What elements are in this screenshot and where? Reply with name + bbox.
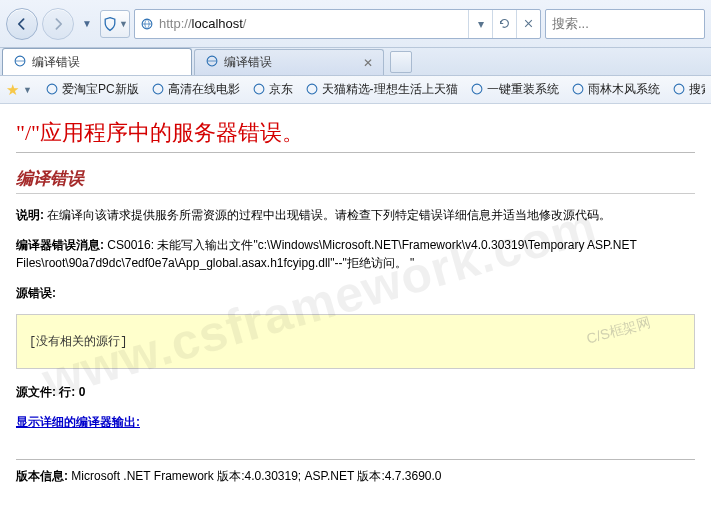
tab-0[interactable]: 编译错误 xyxy=(2,48,192,75)
source-file-value: 行: 0 xyxy=(59,385,85,399)
svg-point-9 xyxy=(573,84,583,94)
address-bar[interactable]: http://localhost/ ▾ xyxy=(134,9,541,39)
favorite-label: 一键重装系统 xyxy=(487,81,559,98)
source-error-box: [没有相关的源行] xyxy=(16,314,695,369)
svg-point-5 xyxy=(153,84,163,94)
page-content: www.csframework.com C/S框架网 "/"应用程序中的服务器错… xyxy=(0,104,711,493)
favorite-label: 搜索 xyxy=(689,81,705,98)
ie-page-icon xyxy=(205,54,219,71)
favorite-label: 京东 xyxy=(269,81,293,98)
tab-1[interactable]: 编译错误✕ xyxy=(194,49,384,75)
tab-label: 编译错误 xyxy=(32,54,80,71)
favorite-link-1[interactable]: 高清在线电影 xyxy=(148,81,243,98)
divider xyxy=(16,193,695,194)
svg-point-7 xyxy=(307,84,317,94)
svg-point-6 xyxy=(254,84,264,94)
ie-page-icon xyxy=(252,82,266,98)
source-error-label: 源错误: xyxy=(16,284,695,302)
svg-point-10 xyxy=(674,84,684,94)
favorites-star-icon[interactable]: ★ xyxy=(6,81,19,99)
ie-page-icon xyxy=(135,17,159,31)
arrow-left-icon xyxy=(14,16,30,32)
url-host: localhost xyxy=(192,16,243,31)
source-error-content: [没有相关的源行] xyxy=(29,333,682,350)
favorite-link-6[interactable]: 搜索 xyxy=(669,81,705,98)
url-suffix: / xyxy=(243,16,247,31)
arrow-right-icon xyxy=(50,16,66,32)
stop-icon xyxy=(523,18,534,29)
description-text: 在编译向该请求提供服务所需资源的过程中出现错误。请检查下列特定错误详细信息并适当… xyxy=(47,208,611,222)
favorite-label: 爱淘宝PC新版 xyxy=(62,81,139,98)
tab-label: 编译错误 xyxy=(224,54,272,71)
svg-point-4 xyxy=(47,84,57,94)
recent-pages-button[interactable]: ▼ xyxy=(78,12,96,36)
browser-toolbar: ▼ ▼ http://localhost/ ▾ xyxy=(0,0,711,48)
back-button[interactable] xyxy=(6,8,38,40)
favorite-label: 高清在线电影 xyxy=(168,81,240,98)
tab-strip: 编译错误编译错误✕ xyxy=(0,48,711,76)
ie-page-icon xyxy=(151,82,165,98)
favorite-link-5[interactable]: 雨林木风系统 xyxy=(568,81,663,98)
svg-point-8 xyxy=(472,84,482,94)
url-dropdown-button[interactable]: ▾ xyxy=(468,10,492,38)
url-input[interactable]: http://localhost/ xyxy=(159,11,468,37)
favorite-label: 天猫精选-理想生活上天猫 xyxy=(322,81,458,98)
search-bar[interactable] xyxy=(545,9,705,39)
forward-button[interactable] xyxy=(42,8,74,40)
favorites-menu-button[interactable]: ▼ xyxy=(23,85,32,95)
ie-page-icon xyxy=(305,82,319,98)
favorite-link-0[interactable]: 爱淘宝PC新版 xyxy=(42,81,142,98)
ie-page-icon xyxy=(13,54,27,71)
show-detail-paragraph: 显示详细的编译器输出: xyxy=(16,413,695,431)
version-info-label: 版本信息: xyxy=(16,469,68,483)
divider xyxy=(16,459,695,460)
error-heading: "/"应用程序中的服务器错误。 xyxy=(16,118,695,148)
ie-page-icon xyxy=(672,82,686,98)
source-file-label: 源文件: xyxy=(16,385,56,399)
favorite-link-4[interactable]: 一键重装系统 xyxy=(467,81,562,98)
compiler-message-paragraph: 编译器错误消息: CS0016: 未能写入输出文件"c:\Windows\Mic… xyxy=(16,236,695,272)
favorite-label: 雨林木风系统 xyxy=(588,81,660,98)
compiler-message-label: 编译器错误消息: xyxy=(16,238,104,252)
ie-page-icon xyxy=(470,82,484,98)
new-tab-button[interactable] xyxy=(390,51,412,73)
refresh-icon xyxy=(498,17,511,30)
url-prefix: http:// xyxy=(159,16,192,31)
shield-icon xyxy=(102,16,118,32)
favorite-link-3[interactable]: 天猫精选-理想生活上天猫 xyxy=(302,81,461,98)
show-compiler-output-link[interactable]: 显示详细的编译器输出: xyxy=(16,415,140,429)
description-label: 说明: xyxy=(16,208,44,222)
divider xyxy=(16,152,695,153)
stop-button[interactable] xyxy=(516,10,540,38)
refresh-button[interactable] xyxy=(492,10,516,38)
favorites-bar: ★ ▼ 爱淘宝PC新版高清在线电影京东天猫精选-理想生活上天猫一键重装系统雨林木… xyxy=(0,76,711,104)
ie-page-icon xyxy=(571,82,585,98)
compiler-message-text: CS0016: 未能写入输出文件"c:\Windows\Microsoft.NE… xyxy=(16,238,637,270)
security-report-button[interactable]: ▼ xyxy=(100,10,130,38)
source-file-paragraph: 源文件: 行: 0 xyxy=(16,383,695,401)
description-paragraph: 说明: 在编译向该请求提供服务所需资源的过程中出现错误。请检查下列特定错误详细信… xyxy=(16,206,695,224)
favorite-link-2[interactable]: 京东 xyxy=(249,81,296,98)
error-subheading: 编译错误 xyxy=(16,167,695,190)
search-input[interactable] xyxy=(546,16,711,31)
version-info-text: Microsoft .NET Framework 版本:4.0.30319; A… xyxy=(71,469,441,483)
watermark-text: www.csframework.com xyxy=(36,196,603,410)
version-info-paragraph: 版本信息: Microsoft .NET Framework 版本:4.0.30… xyxy=(16,468,695,485)
ie-page-icon xyxy=(45,82,59,98)
close-icon[interactable]: ✕ xyxy=(363,56,373,70)
